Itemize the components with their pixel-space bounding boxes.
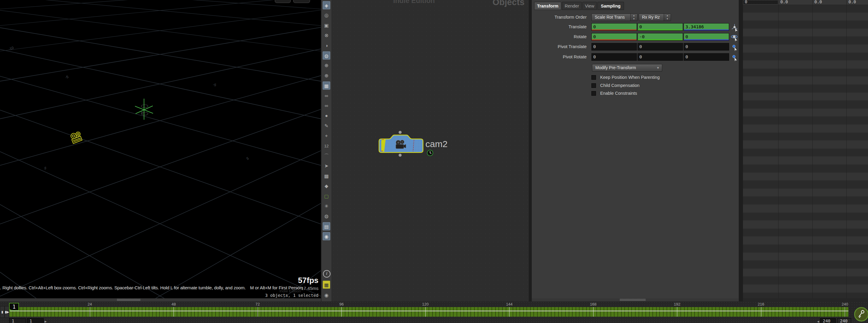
- pin-icon[interactable]: ⌖: [323, 132, 330, 140]
- play-control-button[interactable]: ▮: [0, 306, 4, 318]
- snap-point-icon[interactable]: ◉: [323, 232, 330, 240]
- fan-icon[interactable]: ✳: [323, 202, 330, 210]
- set-key-button[interactable]: [854, 307, 868, 322]
- frame-gridline: [509, 307, 509, 317]
- pivot-translate-field-x[interactable]: 0: [591, 43, 637, 50]
- translate-field-y[interactable]: 0: [638, 23, 683, 31]
- visibility-icon[interactable]: ◉: [323, 291, 330, 299]
- frame-start-field[interactable]: 1: [9, 318, 26, 323]
- pane-divider[interactable]: [739, 0, 743, 301]
- normals-icon[interactable]: ➤: [323, 162, 330, 170]
- cell-value[interactable]: 0: [745, 0, 747, 4]
- smooth-shaded-icon[interactable]: ▦: [323, 81, 330, 89]
- fps-counter: 57fps: [298, 276, 318, 285]
- rotate-field-y[interactable]: -0: [638, 33, 683, 41]
- shadow-lighting-icon[interactable]: ⊕: [323, 72, 330, 80]
- normal-lighting-icon[interactable]: ◍: [323, 51, 330, 60]
- rotate-field-x[interactable]: 0: [591, 33, 637, 41]
- tangent-curve-icon[interactable]: ⌒: [323, 152, 330, 160]
- spreadsheet-row: [743, 109, 868, 117]
- stereo-view-icon[interactable]: ∞: [323, 92, 330, 100]
- translate-field-z[interactable]: 3.34186: [684, 23, 729, 31]
- headlight-icon[interactable]: ◑: [323, 41, 330, 49]
- node-input-connector[interactable]: [399, 131, 402, 134]
- child-compensation-checkbox[interactable]: [591, 83, 596, 88]
- camera-wireframe-icon[interactable]: [70, 132, 85, 145]
- scene-viewport[interactable]: -10-5-5550 . R: [0, 0, 321, 298]
- pivot-rotate-field-y[interactable]: 0: [638, 53, 683, 61]
- viewport-hscrollbar[interactable]: [0, 298, 321, 301]
- pivot-rotate-handle-icon[interactable]: [730, 53, 739, 61]
- viewport-menu-pill[interactable]: [293, 0, 310, 3]
- range-end-field[interactable]: 240: [820, 318, 836, 323]
- frame-end-field[interactable]: 240: [837, 318, 851, 323]
- rotate-order-select[interactable]: Rx Ry Rz ▲▼: [639, 13, 671, 21]
- enable-constraints-label: Enable Constraints: [600, 91, 637, 96]
- spreadsheet-row: [743, 268, 868, 277]
- playhead-triangle[interactable]: [9, 310, 11, 312]
- scrollbar-handle[interactable]: [117, 299, 141, 301]
- tab-view[interactable]: View: [582, 2, 597, 10]
- params-hscrollbar[interactable]: [532, 298, 739, 301]
- rotate-handle-icon[interactable]: [730, 33, 739, 41]
- rotate-field-z[interactable]: 0: [684, 33, 729, 41]
- range-arrow-icon: ▶: [44, 320, 47, 323]
- modify-pretransform-menu[interactable]: Modify Pre-Transform ▼: [592, 64, 662, 72]
- viewport-layout-icon[interactable]: ▦: [323, 281, 330, 289]
- frame-12-icon[interactable]: 12: [323, 142, 330, 150]
- pane-divider[interactable]: [529, 0, 532, 301]
- spreadsheet-row: [743, 13, 868, 21]
- channel-color-bar: [638, 30, 683, 30]
- translate-handle-icon[interactable]: [730, 23, 739, 31]
- cell-value[interactable]: 0.0: [848, 0, 856, 4]
- pivot-translate-field-y[interactable]: 0: [638, 43, 683, 50]
- node-name-label[interactable]: cam2: [426, 139, 447, 149]
- stereo-play-icon[interactable]: ∞: [323, 102, 330, 110]
- frame-number-label: 216: [755, 302, 767, 307]
- spreadsheet-row: [743, 124, 868, 133]
- construction-plane-icon[interactable]: ◈: [323, 1, 330, 9]
- frame-number-label: 120: [420, 302, 431, 307]
- uv-checker-icon[interactable]: ▩: [323, 172, 330, 180]
- child-compensation-label: Child Compensation: [600, 83, 640, 88]
- point-display-icon[interactable]: ●: [323, 112, 330, 120]
- spinner-arrows[interactable]: ▲▼: [664, 14, 671, 21]
- frame-range-band[interactable]: [9, 307, 848, 317]
- background-image-icon[interactable]: ▤: [323, 222, 330, 230]
- transform-order-select[interactable]: Scale Rot Trans ▲▼: [591, 13, 638, 21]
- pivot-handle-icon[interactable]: [730, 43, 739, 51]
- column-divider: [846, 0, 847, 298]
- selected-cell[interactable]: [743, 0, 778, 4]
- marker-brush-icon[interactable]: ✎: [323, 122, 330, 130]
- pivot-rotate-field-z[interactable]: 0: [684, 53, 729, 61]
- cell-value[interactable]: 0.0: [814, 0, 822, 4]
- info-icon[interactable]: i: [323, 270, 331, 278]
- translate-field-x[interactable]: 0: [591, 23, 637, 31]
- frame-number-label: 48: [167, 302, 180, 307]
- enable-constraints-checkbox[interactable]: [591, 91, 596, 96]
- viewport-menu-pill[interactable]: [275, 0, 291, 3]
- lock-camera-icon[interactable]: ▣: [323, 21, 330, 30]
- tab-transform[interactable]: Transform: [534, 2, 561, 10]
- pivot-rotate-field-x[interactable]: 0: [591, 53, 637, 61]
- play-control-button[interactable]: ▮▶: [4, 306, 9, 318]
- lighting-off-icon[interactable]: ⊗: [323, 31, 330, 39]
- houdini-window: -10-5-5550 . R: [0, 0, 868, 323]
- spreadsheet-row: [743, 29, 868, 37]
- high-quality-lighting-icon[interactable]: ⊕: [323, 61, 330, 69]
- xray-diamond-icon[interactable]: ◆: [323, 182, 330, 190]
- tab-sampling[interactable]: Sampling: [597, 2, 624, 10]
- node-output-connector[interactable]: [399, 154, 402, 157]
- disc-grid-icon[interactable]: ◍: [323, 212, 330, 220]
- network-context-label: Objects: [493, 0, 525, 7]
- cell-value[interactable]: 0.0: [780, 0, 788, 4]
- network-editor[interactable]: Indie Edition Objects: [332, 0, 529, 301]
- keep-position-checkbox[interactable]: [591, 75, 596, 80]
- pivot-translate-field-z[interactable]: 0: [684, 43, 729, 50]
- group-box-icon[interactable]: ▢: [323, 192, 330, 200]
- range-start-field[interactable]: 1: [27, 318, 44, 323]
- snap-view-icon[interactable]: ◎: [323, 11, 330, 19]
- scrollbar-handle[interactable]: [620, 299, 646, 301]
- spinner-arrows[interactable]: ▲▼: [630, 14, 637, 21]
- tab-render[interactable]: Render: [562, 2, 582, 10]
